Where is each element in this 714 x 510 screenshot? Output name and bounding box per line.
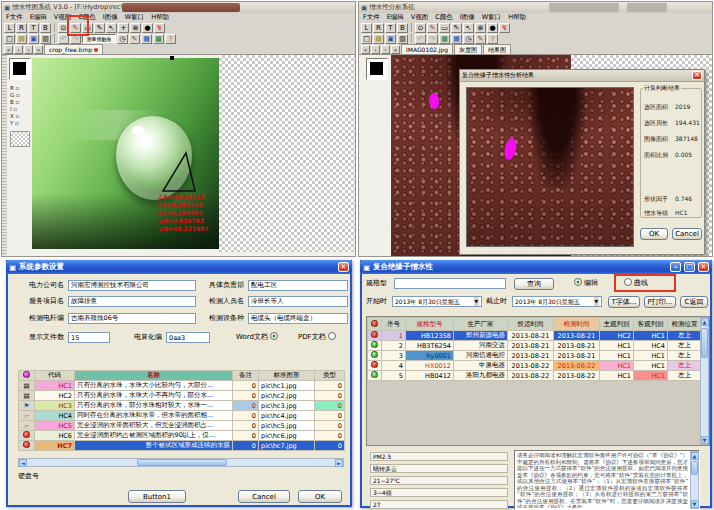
open-file-icon[interactable]: ▤	[373, 34, 384, 44]
print-icon[interactable]: ▥	[397, 34, 408, 44]
channel-x[interactable]: X ▫	[10, 113, 30, 120]
col-objective[interactable]: 客观判别	[634, 318, 668, 331]
menu-image[interactable]: I图像	[460, 13, 475, 22]
first-tab-icon[interactable]: «	[4, 45, 13, 54]
new-file-icon[interactable]: □	[361, 34, 372, 44]
save-file-icon[interactable]: ▣	[385, 34, 396, 44]
dialog-title-bar[interactable]: ▣ 系统参数设置 ✕	[6, 260, 352, 274]
temperature-field[interactable]	[370, 476, 508, 485]
scroll-right-icon[interactable]: ►	[335, 459, 343, 467]
pole-id-input[interactable]	[68, 313, 196, 324]
table-vertical-scrollbar[interactable]: ▲ ▼	[700, 317, 709, 445]
scroll-left-icon[interactable]: ◄	[19, 459, 27, 467]
dot-icon[interactable]: ●	[142, 23, 153, 33]
table-row[interactable]: ▤ HC2 只有分离的水珠，水珠大小不再均匀，部分水... 0 pic\hc2.…	[19, 391, 345, 401]
top-edge-tool[interactable]: T	[385, 23, 396, 33]
monitor-icon[interactable]: ▦	[451, 34, 462, 44]
table-row[interactable]: ▱ HC5 完全浸润的水带面积较大，但完全浸润面积占... 0 pic\hc5.…	[19, 421, 345, 431]
bottom-edge-tool[interactable]: B	[40, 23, 51, 33]
dialog-title-bar[interactable]: 复合绝缘子憎水性分析结果 ✕	[460, 70, 704, 82]
scroll-down-icon[interactable]: ▼	[691, 500, 699, 508]
pm25-field[interactable]	[370, 452, 508, 461]
scroll-up-icon[interactable]: ▲	[701, 318, 709, 326]
rect-select-icon[interactable]: ▭	[439, 23, 450, 33]
license-box[interactable]: 请务必仔细阅读和理解此宏博软件最终用户许可协议（“本《协议》”）中规定的所有权利…	[514, 450, 700, 510]
pattern-swatch[interactable]	[10, 131, 30, 147]
menu-edit[interactable]: E编辑	[387, 13, 404, 22]
clock-icon[interactable]: ◷	[117, 34, 128, 44]
chevron-down-icon[interactable]: ▼	[594, 297, 599, 306]
title-bar[interactable]: ▣ 憎水性分析系统	[359, 2, 712, 13]
table-row-selected[interactable]: 1 HB12358 郑州新源电器 2013-08-21 2013-08-21 H…	[368, 331, 702, 341]
end-date-combo[interactable]: 2013年 8月30日星期五 ▼	[512, 296, 602, 307]
table-horizontal-scrollbar[interactable]: ◄ ►	[18, 458, 344, 467]
weather-field[interactable]	[370, 464, 508, 473]
flash-icon[interactable]: ↯	[154, 23, 165, 33]
menu-help[interactable]: H帮助	[151, 13, 169, 22]
close-icon[interactable]: ✕	[698, 262, 709, 272]
col-remark[interactable]: 备注	[233, 371, 259, 381]
table-row-selected[interactable]: HC7 整个被试区域形成连续的水膜 0 pic\hc7.jpg 0	[19, 441, 345, 451]
col-model[interactable]: 规格型号	[406, 318, 454, 331]
image-icon[interactable]: ▩	[153, 34, 164, 44]
col-position[interactable]: 检测位置	[668, 318, 702, 331]
col-pic[interactable]: 标准图形	[259, 371, 315, 381]
channel-b[interactable]: B ▫	[10, 99, 30, 106]
result-image-preview[interactable]	[466, 87, 634, 247]
table-row[interactable]: ▤ HC1 只有分离的水珠，水珠大小比较均匀，大部分... 0 pic\hc1.…	[19, 381, 345, 391]
power-company-input[interactable]	[68, 280, 196, 291]
next-tab-icon[interactable]: ›	[381, 45, 390, 54]
contact-angle-pen-icon[interactable]: ✎	[94, 23, 105, 33]
table-row[interactable]: HC6 完全浸润面积约占被测区域面积的90以上，仅... 0 pic\hc6.j…	[19, 431, 345, 441]
dialog-title-bar[interactable]: ▣ 复合绝缘子憎水性 – □ ✕	[360, 260, 712, 274]
prev-tab-icon[interactable]: ‹	[14, 45, 23, 54]
cursor-icon[interactable]: ↖	[106, 23, 117, 33]
channel-g[interactable]: G ▫	[10, 92, 30, 99]
target-icon[interactable]: ⊗	[475, 23, 486, 33]
word-doc-radio[interactable]: Word文档	[236, 332, 280, 343]
title-bar[interactable]: ▣ 憎水性图系统 V3.0 - [F:\Hydrop\rec\bmp\crop_…	[2, 2, 355, 13]
col-maker[interactable]: 生产厂家	[454, 318, 508, 331]
right-edge-tool[interactable]: R	[373, 23, 384, 33]
col-subjective[interactable]: 主观判别	[600, 318, 634, 331]
menu-window[interactable]: W窗口	[125, 13, 144, 22]
table-row[interactable]: ⚑ HC3 只有分离的水珠，部分水珠相对较大，水珠一... 0 pic\hc3.…	[19, 401, 345, 411]
undo-icon[interactable]: ↶	[415, 34, 426, 44]
annotate-pen-icon[interactable]: ✎	[129, 34, 140, 44]
inspector-input[interactable]	[248, 296, 348, 307]
close-icon[interactable]: ✕	[338, 262, 349, 272]
palette-icon[interactable]: ▦	[141, 34, 152, 44]
col-test-date[interactable]: 检测时间	[554, 318, 600, 331]
cancel-button[interactable]: Cancel	[238, 490, 290, 503]
chevron-down-icon[interactable]: ▼	[474, 297, 479, 306]
col-name[interactable]: 名称	[75, 371, 233, 381]
left-edge-tool[interactable]: L	[4, 23, 15, 33]
menu-file[interactable]: F文件	[6, 13, 23, 22]
table-row[interactable]: 5 HB0412 洛阳九都电器 2013-08-22 2013-08-22 HC…	[368, 371, 702, 381]
font-button[interactable]: T字体...	[608, 296, 640, 308]
color-swatch-box[interactable]	[366, 58, 388, 80]
back-button[interactable]: C返回	[680, 296, 708, 308]
col-seq[interactable]: 序号	[382, 318, 406, 331]
maximize-icon[interactable]: □	[684, 262, 695, 272]
cancel-button[interactable]: Cancel	[672, 228, 702, 240]
crop-handle[interactable]	[170, 56, 174, 60]
channel-y[interactable]: Y ▫	[10, 120, 30, 127]
help-icon[interactable]: ?	[165, 34, 176, 44]
left-edge-tool[interactable]: L	[361, 23, 372, 33]
flash-icon[interactable]: ↯	[499, 23, 510, 33]
target-icon[interactable]: ⊗	[130, 23, 141, 33]
dot-icon[interactable]: ●	[487, 23, 498, 33]
menu-color[interactable]: C颜色	[435, 13, 453, 22]
query-button[interactable]: 查询	[514, 278, 554, 290]
next-tab-icon[interactable]: ›	[24, 45, 33, 54]
print-icon[interactable]: ▥	[40, 34, 51, 44]
scroll-up-icon[interactable]: ▲	[691, 452, 699, 460]
close-icon[interactable]: ✕	[692, 71, 702, 80]
humidity-field[interactable]	[370, 500, 508, 509]
file-count-input[interactable]	[68, 332, 110, 343]
service-project-input[interactable]	[68, 296, 196, 307]
ok-button[interactable]: OK	[298, 490, 342, 503]
cursor-icon[interactable]: ↖	[463, 23, 474, 33]
last-tab-icon[interactable]: »	[391, 45, 400, 54]
